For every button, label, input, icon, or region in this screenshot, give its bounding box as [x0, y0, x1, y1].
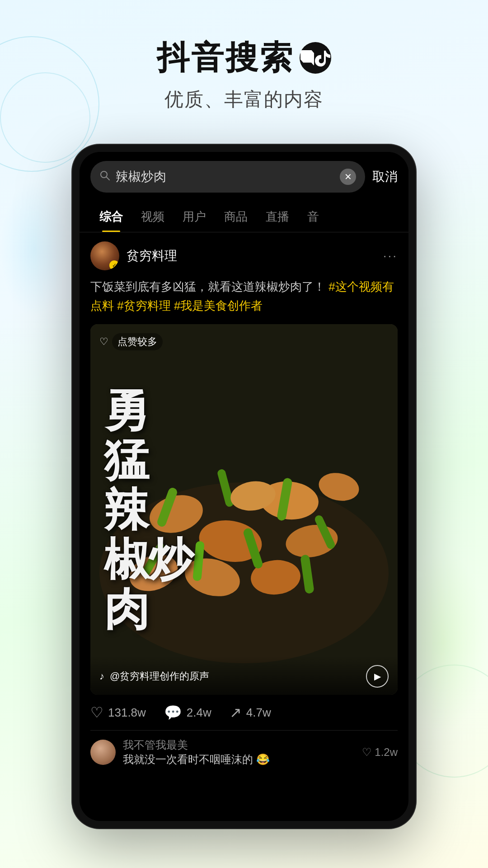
- comment-row: 我不管我最美 我就没一次看时不咽唾沫的 😂 ♡ 1.2w: [90, 730, 398, 774]
- author-name[interactable]: 贫穷料理: [127, 247, 177, 264]
- shares-count: 4.7w: [246, 706, 271, 720]
- svg-line-1: [106, 177, 109, 180]
- shares-stat[interactable]: ↗ 4.7w: [230, 704, 271, 721]
- app-title-row: 抖音搜索: [0, 36, 488, 80]
- phone-screen: 辣椒炒肉 ✕ 取消 综合 视频 用户 商品: [80, 152, 408, 821]
- phone-mockup: 辣椒炒肉 ✕ 取消 综合 视频 用户 商品: [72, 145, 416, 828]
- video-text-overlay: 勇猛辣椒炒肉: [90, 324, 398, 695]
- comments-count: 2.4w: [187, 706, 211, 720]
- likes-stat[interactable]: ♡ 131.8w: [90, 704, 146, 721]
- video-badge: ♡ 点赞较多: [99, 333, 163, 350]
- comment-content: 我不管我最美 我就没一次看时不咽唾沫的 😂: [123, 738, 355, 767]
- comment-text: 我就没一次看时不咽唾沫的 😂: [123, 752, 355, 767]
- heart-icon: ♡: [90, 704, 103, 721]
- play-button[interactable]: ▶: [366, 665, 389, 688]
- tab-video[interactable]: 视频: [132, 202, 174, 232]
- phone-frame: 辣椒炒肉 ✕ 取消 综合 视频 用户 商品: [72, 145, 416, 828]
- search-icon: [99, 170, 110, 184]
- commenter-name: 我不管我最美: [123, 738, 355, 752]
- tiktok-note-icon: ♪: [99, 670, 104, 682]
- clear-search-button[interactable]: ✕: [340, 169, 356, 185]
- tab-product[interactable]: 商品: [215, 202, 257, 232]
- comment-likes-count: 1.2w: [375, 746, 398, 759]
- author-avatar[interactable]: ✓: [90, 241, 119, 270]
- video-bottom-bar: ♪ @贫穷料理创作的原声 ▶: [90, 656, 398, 695]
- cancel-search-button[interactable]: 取消: [372, 168, 398, 185]
- share-icon: ↗: [230, 704, 242, 721]
- tiktok-logo-icon: [300, 42, 331, 74]
- comment-icon: 💬: [164, 704, 182, 721]
- author-row: ✓ 贫穷料理 ···: [90, 241, 398, 270]
- commenter-avatar: [90, 740, 116, 765]
- app-subtitle: 优质、丰富的内容: [0, 87, 488, 112]
- tab-user[interactable]: 用户: [174, 202, 215, 232]
- comments-stat[interactable]: 💬 2.4w: [164, 704, 211, 721]
- search-bar-row: 辣椒炒肉 ✕ 取消: [80, 152, 408, 202]
- badge-label: 点赞较多: [112, 333, 163, 350]
- search-query-text: 辣椒炒肉: [116, 168, 334, 185]
- tabs-row: 综合 视频 用户 商品 直播 音: [80, 202, 408, 232]
- original-sound-label: @贫穷料理创作的原声: [110, 670, 361, 683]
- comment-likes[interactable]: ♡ 1.2w: [362, 746, 398, 759]
- content-area: ✓ 贫穷料理 ··· 下饭菜到底有多凶猛，就看这道辣椒炒肉了！ #这个视频有点料…: [80, 232, 408, 783]
- tab-comprehensive[interactable]: 综合: [90, 202, 132, 232]
- app-title: 抖音搜索: [157, 36, 294, 80]
- post-text: 下饭菜到底有多凶猛，就看这道辣椒炒肉了！ #这个视频有点料 #贫穷料理 #我是美…: [90, 278, 398, 315]
- verified-badge-icon: ✓: [109, 260, 119, 270]
- tab-live[interactable]: 直播: [257, 202, 298, 232]
- bg-blob-left: [0, 181, 68, 316]
- post-main-text: 下饭菜到底有多凶猛，就看这道辣椒炒肉了！: [90, 280, 325, 293]
- more-options-button[interactable]: ···: [383, 249, 398, 263]
- badge-heart-icon: ♡: [99, 336, 108, 348]
- video-thumbnail[interactable]: 勇猛辣椒炒肉 ♡ 点赞较多 ♪ @贫穷料理创作的原声 ▶: [90, 324, 398, 695]
- search-input-wrap[interactable]: 辣椒炒肉 ✕: [90, 161, 365, 193]
- page-header: 抖音搜索 优质、丰富的内容: [0, 0, 488, 112]
- video-title-text: 勇猛辣椒炒肉: [104, 385, 192, 634]
- comment-heart-icon: ♡: [362, 746, 372, 759]
- tab-music[interactable]: 音: [298, 202, 328, 232]
- likes-count: 131.8w: [108, 706, 146, 720]
- stats-row: ♡ 131.8w 💬 2.4w ↗ 4.7w: [90, 695, 398, 730]
